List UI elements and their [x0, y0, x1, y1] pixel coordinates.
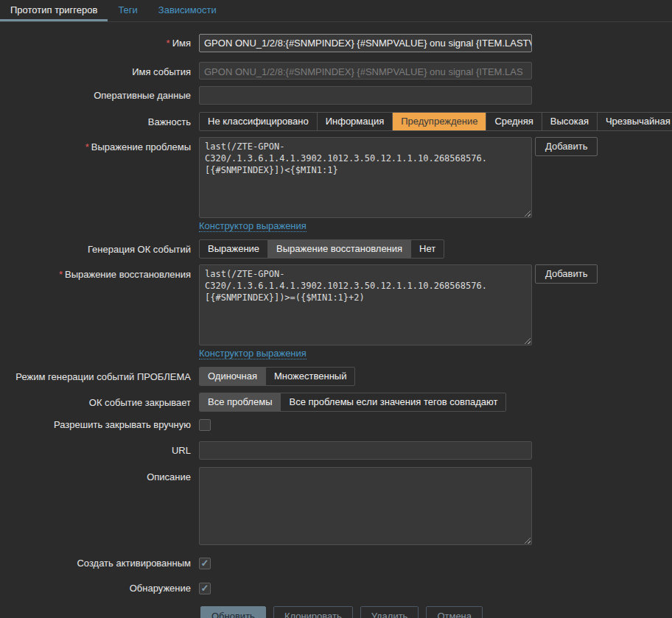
ok-event-generation-row: Генерация ОК событий Выражение Выражение… [0, 239, 672, 259]
manual-close-label: Разрешить закрывать вручную [0, 418, 199, 431]
event-name-input[interactable]: GPON ONU_1/2/8:{#SNMPINDEX} {#SNMPVALUE}… [199, 62, 532, 80]
expression-constructor-link[interactable]: Конструктор выражения [199, 348, 307, 359]
opdata-label: Оперативные данные [0, 89, 199, 102]
severity-option-warning[interactable]: Предупреждение [393, 113, 486, 130]
problem-expression-label: *Выражение проблемы [0, 137, 199, 153]
severity-option-average[interactable]: Средняя [486, 113, 542, 130]
ok-generation-option-none[interactable]: Нет [411, 240, 444, 258]
problem-event-mode-row: Режим генерации событий ПРОБЛЕМА Одиночн… [0, 367, 672, 386]
resize-handle-icon[interactable] [523, 536, 531, 544]
checkmark-icon: ✓ [201, 558, 209, 569]
event-mode-option-multiple[interactable]: Множественный [266, 368, 354, 385]
ok-event-generation-label: Генерация ОК событий [0, 243, 199, 256]
problem-event-mode-label: Режим генерации событий ПРОБЛЕМА [0, 371, 199, 383]
severity-option-information[interactable]: Информация [318, 113, 393, 130]
recovery-expression-row: *Выражение восстановления last(/ZTE-GPON… [0, 264, 672, 359]
opdata-input[interactable] [199, 86, 532, 105]
tab-dependencies[interactable]: Зависимости [148, 0, 227, 21]
tab-bar: Прототип триггеров Теги Зависимости [0, 0, 672, 22]
recovery-expression-label: *Выражение восстановления [0, 264, 199, 281]
ok-event-closes-segmented-control: Все проблемы Все проблемы если значения … [199, 393, 506, 412]
description-label: Описание [0, 467, 199, 483]
update-button[interactable]: Обновить [200, 606, 266, 618]
problem-expression-textarea[interactable]: last(/ZTE-GPON- C320/.1.3.6.1.4.1.3902.1… [199, 137, 532, 218]
ok-event-closes-label: ОК событие закрывает [0, 396, 199, 409]
manual-close-row: Разрешить закрывать вручную [0, 418, 672, 431]
create-enabled-label: Создать активированным [0, 557, 199, 569]
severity-option-not-classified[interactable]: Не классифицировано [200, 113, 318, 130]
recovery-expression-textarea[interactable]: last(/ZTE-GPON- C320/.1.3.6.1.4.1.3902.1… [199, 264, 532, 345]
resize-handle-icon[interactable] [523, 209, 531, 217]
delete-button[interactable]: Удалить [360, 606, 419, 618]
problem-expression-add-button[interactable]: Добавить [535, 137, 598, 156]
url-row: URL [0, 441, 672, 460]
event-name-row: Имя события GPON ONU_1/2/8:{#SNMPINDEX} … [0, 62, 672, 80]
ok-generation-option-recovery-expression[interactable]: Выражение восстановления [268, 240, 411, 258]
ok-closes-option-all-problems[interactable]: Все проблемы [200, 393, 281, 411]
event-name-label: Имя события [0, 62, 199, 78]
severity-label: Важность [0, 116, 199, 128]
severity-segmented-control: Не классифицировано Информация Предупреж… [199, 112, 672, 131]
discover-label: Обнаружение [0, 582, 199, 594]
trigger-prototype-form: *Имя GPON ONU_1/2/8:{#SNMPINDEX} {#SNMPV… [0, 22, 672, 618]
checkmark-icon: ✓ [201, 583, 209, 594]
clone-button[interactable]: Клонировать [273, 606, 353, 618]
ok-closes-option-all-problems-if-tags-match[interactable]: Все проблемы если значения тегов совпада… [281, 393, 505, 411]
create-enabled-checkbox[interactable]: ✓ [199, 558, 211, 569]
name-input[interactable]: GPON ONU_1/2/8:{#SNMPINDEX} {#SNMPVALUE}… [199, 34, 532, 52]
discover-checkbox[interactable]: ✓ [199, 583, 211, 594]
form-footer: Обновить Клонировать Удалить Отмена [0, 606, 672, 618]
recovery-expression-add-button[interactable]: Добавить [535, 264, 598, 284]
opdata-row: Оперативные данные [0, 86, 672, 105]
url-input[interactable] [199, 441, 532, 460]
ok-event-generation-segmented-control: Выражение Выражение восстановления Нет [199, 239, 444, 259]
cancel-button[interactable]: Отмена [426, 606, 483, 618]
problem-event-mode-segmented-control: Одиночная Множественный [199, 367, 355, 386]
resize-handle-icon[interactable] [523, 337, 531, 344]
severity-option-disaster[interactable]: Чрезвычайная [598, 113, 672, 130]
required-asterisk: * [59, 269, 63, 280]
tab-tags[interactable]: Теги [108, 0, 147, 21]
description-row: Описание [0, 467, 672, 545]
event-mode-option-single[interactable]: Одиночная [200, 368, 266, 385]
name-row: *Имя GPON ONU_1/2/8:{#SNMPINDEX} {#SNMPV… [0, 34, 672, 52]
problem-expression-row: *Выражение проблемы last(/ZTE-GPON- C320… [0, 137, 672, 232]
tab-trigger-prototype[interactable]: Прототип триггеров [0, 0, 108, 21]
severity-option-high[interactable]: Высокая [542, 113, 598, 130]
severity-row: Важность Не классифицировано Информация … [0, 112, 672, 131]
name-label: *Имя [0, 37, 199, 49]
expression-constructor-link[interactable]: Конструктор выражения [199, 220, 307, 232]
manual-close-checkbox[interactable] [199, 419, 211, 431]
url-label: URL [0, 444, 199, 457]
ok-generation-option-expression[interactable]: Выражение [200, 240, 268, 258]
description-textarea[interactable] [199, 467, 532, 545]
ok-event-closes-row: ОК событие закрывает Все проблемы Все пр… [0, 393, 672, 412]
required-asterisk: * [167, 38, 170, 49]
create-enabled-row: Создать активированным ✓ [0, 557, 672, 569]
required-asterisk: * [85, 141, 89, 152]
discover-row: Обнаружение ✓ [0, 582, 672, 594]
